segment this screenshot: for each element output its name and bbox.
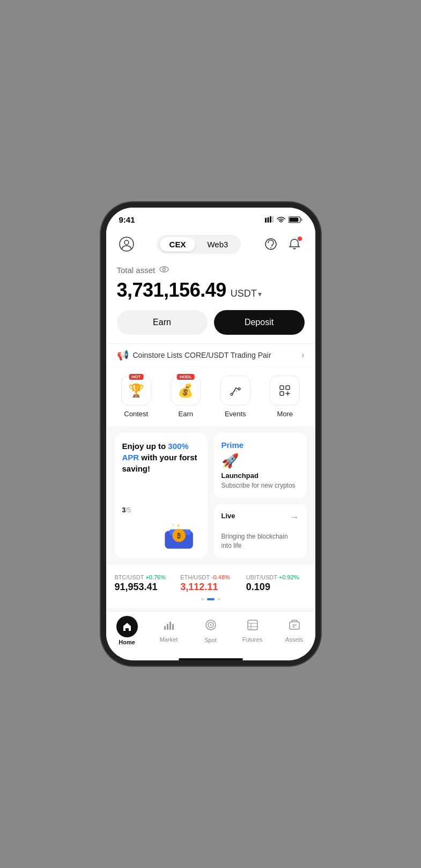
asset-number: 3,731,156.49	[117, 279, 226, 301]
ticker-btc[interactable]: BTC/USDT +0.76% 91,953.41	[115, 572, 175, 593]
home-label: Home	[119, 639, 135, 645]
market-label: Market	[160, 636, 178, 643]
promo-card-apr[interactable]: Enjoy up to 300% APR with your forst sav…	[115, 433, 208, 558]
svg-rect-42	[290, 622, 299, 629]
more-label: More	[277, 410, 293, 418]
quick-action-contest[interactable]: 🏆 HOT Contest	[121, 376, 151, 418]
quick-action-events[interactable]: Events	[220, 376, 250, 418]
svg-rect-34	[172, 624, 174, 630]
svg-point-16	[231, 393, 233, 395]
nav-spot[interactable]: Spot	[190, 618, 232, 643]
home-indicator	[179, 658, 243, 660]
nav-home[interactable]: Home	[106, 616, 148, 645]
promo-pagination: 3/5	[122, 506, 200, 514]
tab-web3[interactable]: Web3	[197, 237, 238, 252]
svg-point-12	[160, 267, 168, 272]
svg-rect-1	[267, 217, 269, 223]
spot-icon	[204, 618, 218, 635]
svg-point-37	[210, 624, 211, 626]
ubit-pair: UBIT/USDT +0.92%	[246, 572, 307, 582]
notification-icon[interactable]	[285, 234, 304, 254]
svg-rect-33	[169, 622, 171, 630]
quick-action-earn[interactable]: 💰 HODL Earn	[171, 376, 201, 418]
launchpad-desc: Subscribe for new cryptos	[221, 481, 299, 490]
top-nav: CEX Web3	[106, 231, 315, 259]
hot-badge: HOT	[129, 374, 143, 380]
svg-rect-20	[286, 386, 290, 389]
announcement-icon: 📢	[117, 349, 129, 361]
asset-label: Total asset	[117, 264, 305, 276]
eye-icon[interactable]	[159, 264, 169, 276]
wallet-illustration: ₿ ✦ ✦ ✦	[122, 518, 200, 550]
events-icon	[228, 384, 242, 398]
svg-rect-19	[280, 386, 284, 389]
nav-market[interactable]: Market	[148, 619, 190, 643]
svg-point-13	[163, 268, 166, 271]
contest-label: Contest	[124, 410, 148, 418]
asset-label-text: Total asset	[117, 266, 156, 275]
svg-text:₿: ₿	[177, 532, 181, 539]
launchpad-title: Launchpad	[221, 472, 299, 480]
events-icon-box	[220, 376, 250, 406]
promo-apr-text: 300% APR	[122, 442, 189, 462]
announcement-bar[interactable]: 📢 Coinstore Lists CORE/USDT Trading Pair…	[106, 343, 315, 366]
notification-dot	[298, 237, 302, 241]
asset-currency[interactable]: USDT ▾	[231, 288, 262, 299]
scroll-content: Total asset 3,731,156.49 USDT ▾ Earn Dep…	[106, 259, 315, 611]
deposit-button[interactable]: Deposit	[214, 310, 305, 335]
svg-point-17	[238, 388, 240, 390]
assets-label: Assets	[285, 636, 303, 643]
svg-rect-21	[280, 392, 284, 395]
promo-cards: Enjoy up to 300% APR with your forst sav…	[106, 426, 315, 564]
tab-cex[interactable]: CEX	[160, 237, 196, 252]
home-icon	[116, 616, 138, 637]
svg-point-9	[124, 240, 129, 245]
hodl-badge: HODL	[177, 374, 195, 380]
ticker-dots	[115, 598, 307, 600]
svg-rect-0	[265, 218, 267, 223]
ticker-ubit[interactable]: UBIT/USDT +0.92% 0.109	[246, 572, 307, 593]
more-grid-icon	[278, 384, 292, 398]
tab-switcher[interactable]: CEX Web3	[157, 235, 241, 254]
promo-card-launchpad[interactable]: Prime 🚀 Launchpad Subscribe for new cryp…	[214, 433, 307, 498]
ticker-section: BTC/USDT +0.76% 91,953.41 ETH/USDT -0.48…	[106, 564, 315, 608]
svg-text:✦: ✦	[172, 523, 174, 526]
ticker-row: BTC/USDT +0.76% 91,953.41 ETH/USDT -0.48…	[115, 572, 307, 593]
eth-price: 3,112.11	[180, 582, 241, 593]
live-row: Live →	[221, 512, 299, 523]
rocket-icon: 🚀	[221, 453, 299, 469]
announcement-text: Coinstore Lists CORE/USDT Trading Pair	[133, 351, 298, 359]
nav-futures[interactable]: Futures	[232, 619, 274, 643]
support-icon[interactable]	[261, 234, 280, 254]
earn-label: Earn	[179, 410, 193, 418]
prime-tag: Prime	[221, 440, 299, 450]
asset-amount: 3,731,156.49 USDT ▾	[117, 279, 305, 301]
contest-icon-box: 🏆 HOT	[121, 376, 151, 406]
promo-card-live[interactable]: Live → Bringing the blockchain into life	[214, 504, 307, 558]
bottom-nav: Home Market Spot	[106, 611, 315, 656]
svg-rect-31	[164, 626, 166, 630]
dot-2	[207, 598, 215, 600]
status-time: 9:41	[119, 215, 135, 224]
promo-card-title: Enjoy up to 300% APR with your forst sav…	[122, 440, 200, 474]
live-desc: Bringing the blockchain into life	[221, 532, 299, 550]
svg-rect-7	[301, 218, 302, 221]
more-icon-box	[270, 376, 300, 406]
svg-point-4	[280, 222, 281, 223]
earn-button[interactable]: Earn	[117, 310, 208, 335]
market-icon	[163, 619, 175, 635]
ubit-price: 0.109	[246, 582, 307, 593]
svg-rect-6	[289, 217, 298, 222]
dot-3	[217, 598, 220, 600]
dot-1	[201, 598, 204, 600]
live-arrow: →	[290, 512, 299, 523]
svg-text:✦: ✦	[186, 527, 188, 531]
quick-action-more[interactable]: More	[270, 376, 300, 418]
asset-section: Total asset 3,731,156.49 USDT ▾ Earn Dep…	[106, 259, 315, 343]
nav-assets[interactable]: Assets	[274, 619, 315, 643]
svg-text:✦: ✦	[176, 523, 181, 528]
events-label: Events	[225, 410, 246, 418]
profile-icon[interactable]	[117, 234, 136, 254]
futures-icon	[246, 619, 259, 635]
ticker-eth[interactable]: ETH/USDT -0.48% 3,112.11	[180, 572, 241, 593]
